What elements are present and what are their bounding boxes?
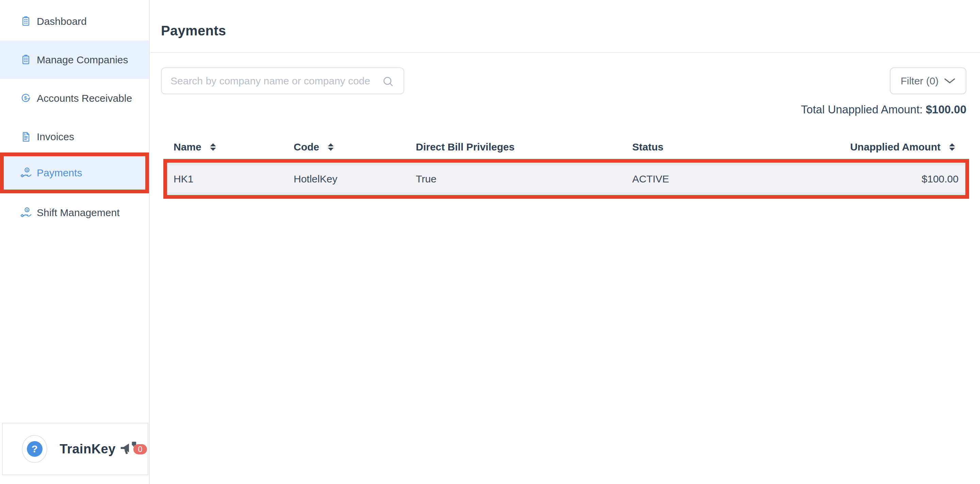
question-icon: ? bbox=[27, 441, 43, 457]
total-unapplied-amount: Total Unapplied Amount: $100.00 bbox=[801, 103, 966, 116]
hand-coin-icon: $ bbox=[20, 207, 32, 219]
search-icon bbox=[382, 75, 395, 88]
sidebar-item-payments[interactable]: $ Payments bbox=[0, 153, 149, 193]
cell-unapplied-amount: $100.00 bbox=[802, 173, 966, 185]
total-unapplied-label: Total Unapplied Amount: bbox=[801, 103, 926, 116]
column-label: Unapplied Amount bbox=[850, 141, 940, 153]
sidebar-item-invoices[interactable]: $ Invoices bbox=[0, 118, 149, 156]
sidebar-item-dashboard[interactable]: Dashboard bbox=[0, 2, 149, 40]
sidebar-item-label: Dashboard bbox=[37, 16, 87, 27]
cell-name: HK1 bbox=[173, 173, 294, 185]
table-header-row: Name Code Direct Bill Privileges Status … bbox=[161, 136, 965, 158]
sidebar: Dashboard Manage Companies $ Accounts bbox=[0, 0, 150, 484]
sidebar-item-shift-management[interactable]: $ Shift Management bbox=[0, 193, 149, 232]
filter-button[interactable]: Filter (0) bbox=[890, 67, 966, 94]
cell-code: HotlelKey bbox=[294, 173, 416, 185]
announcements-button[interactable]: 0 bbox=[119, 438, 148, 460]
sidebar-nav: Dashboard Manage Companies $ Accounts bbox=[0, 2, 149, 232]
building-icon bbox=[20, 54, 32, 66]
search-input[interactable] bbox=[162, 68, 404, 94]
invoice-icon: $ bbox=[20, 131, 32, 143]
column-header-status: Status bbox=[632, 141, 802, 153]
svg-text:$: $ bbox=[26, 168, 28, 172]
dollar-cycle-icon: $ bbox=[20, 92, 32, 105]
column-header-code[interactable]: Code bbox=[294, 141, 416, 153]
svg-text:$: $ bbox=[26, 208, 28, 212]
total-unapplied-value: $100.00 bbox=[926, 103, 966, 116]
svg-text:$: $ bbox=[24, 95, 27, 100]
building-icon bbox=[20, 15, 32, 27]
sidebar-item-label: Manage Companies bbox=[37, 54, 128, 66]
sidebar-item-label: Shift Management bbox=[37, 207, 119, 218]
cell-direct-bill-privileges: True bbox=[416, 173, 632, 185]
sidebar-footer: ? TrainKey 0 bbox=[2, 423, 148, 475]
column-label: Direct Bill Privileges bbox=[416, 141, 514, 153]
sidebar-item-label: Payments bbox=[37, 167, 82, 179]
page-title: Payments bbox=[161, 23, 226, 38]
chevron-down-icon bbox=[944, 78, 956, 84]
brand-logo-text: TrainKey bbox=[60, 442, 116, 457]
column-header-name[interactable]: Name bbox=[173, 141, 294, 153]
hand-coin-icon: $ bbox=[20, 167, 32, 179]
page-header bbox=[150, 0, 980, 53]
help-button[interactable]: ? bbox=[22, 435, 47, 463]
sort-icon[interactable] bbox=[210, 143, 216, 151]
sidebar-item-label: Accounts Receivable bbox=[37, 92, 132, 104]
column-header-direct-bill-privileges: Direct Bill Privileges bbox=[416, 141, 632, 153]
sidebar-item-accounts-receivable[interactable]: $ Accounts Receivable bbox=[0, 79, 149, 118]
column-label: Name bbox=[173, 141, 202, 153]
sidebar-item-label: Invoices bbox=[37, 131, 74, 143]
svg-text:$: $ bbox=[24, 133, 25, 136]
filter-button-label: Filter (0) bbox=[901, 75, 939, 87]
cell-status: ACTIVE bbox=[632, 173, 802, 185]
column-label: Code bbox=[294, 141, 319, 153]
sort-icon[interactable] bbox=[949, 143, 956, 151]
sidebar-item-manage-companies[interactable]: Manage Companies bbox=[0, 40, 149, 79]
company-search bbox=[161, 67, 404, 94]
red-annotation-box: HK1 HotlelKey True ACTIVE $100.00 bbox=[163, 159, 969, 199]
sort-icon[interactable] bbox=[327, 143, 334, 151]
column-label: Status bbox=[632, 141, 663, 153]
notification-badge: 0 bbox=[134, 444, 147, 454]
column-header-unapplied-amount[interactable]: Unapplied Amount bbox=[802, 141, 965, 153]
table-row[interactable]: HK1 HotlelKey True ACTIVE $100.00 bbox=[167, 165, 966, 193]
